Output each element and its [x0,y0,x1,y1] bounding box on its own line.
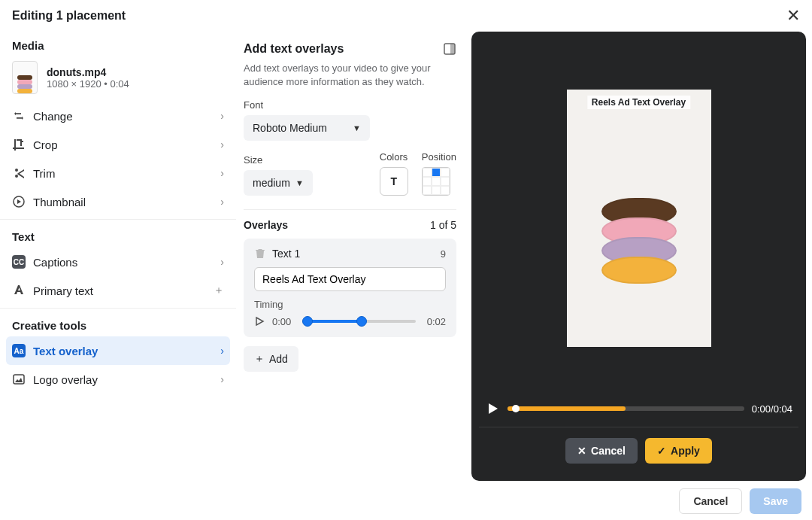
overlay-item: Text 1 9 Timing 0:00 [244,239,456,337]
range-start-handle[interactable] [302,316,313,327]
media-thumbnail-item[interactable]: Thumbnail › [0,187,236,216]
plus-icon: ＋ [254,352,265,366]
delete-overlay-icon[interactable] [254,248,266,260]
panel-description: Add text overlays to your video to give … [244,62,456,89]
footer-cancel-button[interactable]: Cancel [679,488,742,514]
scissors-icon [12,166,26,180]
preview-apply-button[interactable]: ✓ Apply [645,438,712,464]
image-icon [12,373,26,386]
playback-time: 0:00/0:04 [752,403,792,415]
caret-down-icon: ▼ [353,123,361,132]
panel-toggle-icon[interactable] [443,42,456,56]
timing-start: 0:00 [272,316,295,327]
text-primary[interactable]: Primary text ＋ [0,276,236,305]
chevron-right-icon: › [220,373,224,385]
overlay-text-input[interactable] [254,267,446,291]
check-icon: ✓ [657,445,666,457]
range-end-handle[interactable] [356,316,367,327]
media-section-title: Media [0,32,236,56]
svg-rect-1 [14,375,24,384]
media-filename: donuts.mp4 [47,66,129,78]
preview-overlay-text: Reels Ad Text Overlay [587,96,690,109]
text-section-title: Text [0,223,236,248]
tool-logo-overlay[interactable]: Logo overlay › [0,365,236,394]
colors-label: Colors [380,151,408,163]
close-button[interactable]: ✕ [786,6,800,26]
add-overlay-button[interactable]: ＋ Add [244,346,298,372]
overlay-char-count: 9 [441,248,446,260]
swap-icon [12,109,26,123]
timing-label: Timing [254,299,446,310]
preview-cancel-button[interactable]: ✕ Cancel [565,438,638,464]
font-select[interactable]: Roboto Medium ▼ [244,115,370,141]
modal-title: Editing 1 placement [12,9,126,23]
plus-icon: ＋ [214,284,224,297]
position-label: Position [422,151,456,163]
preview-content [601,205,677,284]
size-select[interactable]: medium ▼ [244,170,313,196]
seek-knob[interactable] [512,405,520,412]
size-label: Size [244,154,313,166]
font-label: Font [244,99,456,111]
thumbnail-icon [12,195,26,208]
chevron-right-icon: › [220,138,224,151]
caret-down-icon: ▼ [295,178,304,187]
overlay-name: Text 1 [272,248,300,260]
chevron-right-icon: › [220,110,224,122]
media-trim[interactable]: Trim › [0,159,236,187]
text-overlay-icon: Aa [12,344,26,357]
overlays-count: 1 of 5 [430,219,456,231]
play-button[interactable] [485,401,500,416]
chevron-right-icon: › [220,196,224,208]
text-icon [12,284,26,297]
chevron-right-icon: › [220,256,224,268]
timing-end: 0:02 [423,316,446,327]
media-thumbnail [12,61,38,94]
chevron-right-icon: › [220,167,224,179]
media-file-row: donuts.mp4 1080 × 1920 • 0:04 [0,56,236,102]
tools-section-title: Creative tools [0,312,236,336]
video-preview: Reels Ad Text Overlay [479,39,798,397]
media-dimensions: 1080 × 1920 • 0:04 [47,78,129,90]
timing-range[interactable] [302,315,416,328]
color-picker[interactable]: T [380,167,408,196]
chevron-right-icon: › [220,345,224,357]
overlays-label: Overlays [244,219,288,231]
crop-icon [12,138,26,151]
position-grid[interactable] [422,167,450,196]
play-overlay-icon[interactable] [254,316,265,327]
panel-title: Add text overlays [244,42,344,56]
media-change[interactable]: Change › [0,102,236,130]
x-icon: ✕ [577,445,586,457]
cc-icon: CC [12,255,26,269]
svg-rect-3 [450,44,455,54]
tool-text-overlay[interactable]: Aa Text overlay › [6,336,230,365]
footer-save-button: Save [750,488,801,514]
seek-bar[interactable] [508,406,744,411]
text-captions[interactable]: CC Captions › [0,248,236,276]
media-crop[interactable]: Crop › [0,130,236,159]
